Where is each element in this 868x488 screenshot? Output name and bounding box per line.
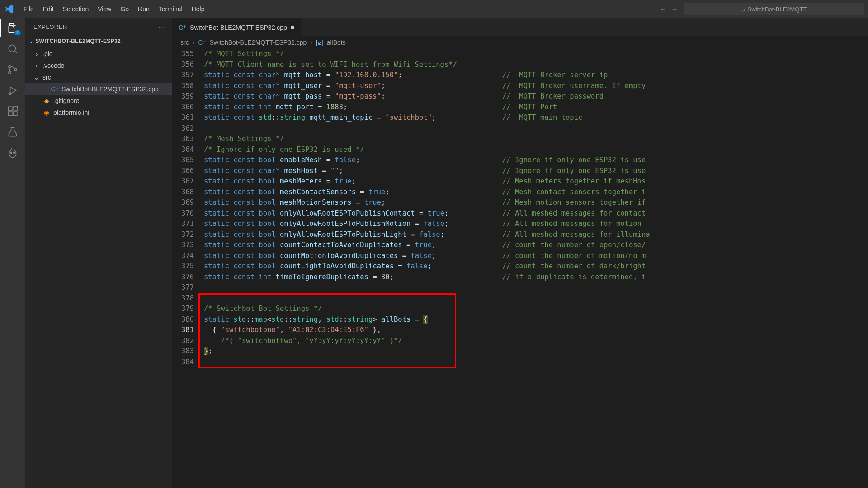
file--gitignore[interactable]: ◆.gitignore bbox=[25, 95, 172, 107]
svg-point-2 bbox=[9, 71, 11, 74]
chevron-right-icon: › bbox=[33, 62, 40, 69]
svg-point-9 bbox=[9, 150, 16, 158]
tree-item-label: platformio.ini bbox=[53, 109, 89, 116]
tree-item-label: .pio bbox=[42, 50, 53, 57]
project-header[interactable]: ⌄ SWITCHBOT-BLE2MQTT-ESP32 bbox=[25, 35, 172, 47]
tree-item-label: src bbox=[42, 74, 51, 81]
platformio-file-icon: ◉ bbox=[42, 109, 51, 116]
editor-tabs: C⁺ SwitchBot-BLE2MQTT-ESP32.cpp bbox=[172, 18, 868, 36]
title-bar: FileEditSelectionViewGoRunTerminalHelp ←… bbox=[0, 0, 868, 18]
tab-label: SwitchBot-BLE2MQTT-ESP32.cpp bbox=[190, 24, 287, 31]
code-area[interactable]: 3553563573583593603613623633643653663673… bbox=[172, 49, 868, 488]
menu-bar: FileEditSelectionViewGoRunTerminalHelp bbox=[19, 4, 209, 14]
chevron-right-icon: › bbox=[193, 39, 195, 46]
source-control-icon[interactable] bbox=[6, 63, 19, 76]
svg-point-0 bbox=[9, 45, 15, 52]
svg-rect-8 bbox=[14, 106, 18, 110]
chevron-right-icon: › bbox=[33, 50, 40, 57]
folder-src[interactable]: ⌄src bbox=[25, 71, 172, 83]
chevron-down-icon: ⌄ bbox=[29, 38, 33, 44]
menu-selection[interactable]: Selection bbox=[58, 4, 94, 14]
breadcrumb-part[interactable]: allBots bbox=[327, 39, 346, 46]
menu-edit[interactable]: Edit bbox=[38, 4, 58, 14]
search-activity-icon[interactable] bbox=[6, 42, 19, 55]
svg-point-3 bbox=[14, 68, 17, 70]
breadcrumb[interactable]: src › C⁺ SwitchBot-BLE2MQTT-ESP32.cpp › … bbox=[172, 36, 868, 49]
tree-item-label: .vscode bbox=[42, 62, 64, 69]
menu-help[interactable]: Help bbox=[187, 4, 209, 14]
file-tree: ›.pio›.vscode⌄srcC⁺SwitchBot-BLE2MQTT-ES… bbox=[25, 47, 172, 118]
platformio-icon[interactable] bbox=[6, 146, 19, 159]
vscode-logo-icon bbox=[4, 4, 14, 14]
tab-active-file[interactable]: C⁺ SwitchBot-BLE2MQTT-ESP32.cpp bbox=[172, 18, 301, 36]
editor: C⁺ SwitchBot-BLE2MQTT-ESP32.cpp src › C⁺… bbox=[172, 18, 868, 488]
explorer-icon[interactable]: 1 bbox=[6, 22, 19, 34]
sidebar-more-icon[interactable]: ⋯ bbox=[158, 23, 165, 30]
cpp-file-icon: C⁺ bbox=[198, 39, 206, 46]
svg-point-4 bbox=[9, 93, 10, 94]
svg-rect-7 bbox=[13, 112, 17, 116]
command-center-search[interactable]: ⌕ SwitchBot-BLE2MQTT bbox=[684, 3, 864, 15]
breadcrumb-part[interactable]: src bbox=[180, 39, 189, 46]
explorer-badge: 1 bbox=[14, 30, 21, 35]
symbol-variable-icon: [⌀] bbox=[316, 39, 323, 46]
breadcrumb-part[interactable]: SwitchBot-BLE2MQTT-ESP32.cpp bbox=[209, 39, 307, 46]
svg-rect-6 bbox=[8, 112, 12, 116]
tree-item-label: .gitignore bbox=[53, 97, 80, 104]
code-content[interactable]: /* MQTT Settings *//* MQTT Client name i… bbox=[204, 49, 868, 488]
menu-run[interactable]: Run bbox=[133, 4, 154, 14]
activity-bar: 1 bbox=[0, 18, 25, 488]
file-platformio-ini[interactable]: ◉platformio.ini bbox=[25, 107, 172, 118]
menu-terminal[interactable]: Terminal bbox=[154, 4, 187, 14]
cpp-file-icon: C⁺ bbox=[51, 85, 59, 93]
run-debug-icon[interactable] bbox=[6, 84, 19, 97]
svg-point-10 bbox=[10, 152, 12, 153]
sidebar-title: EXPLORER bbox=[33, 23, 67, 30]
svg-point-1 bbox=[9, 66, 11, 68]
search-icon: ⌕ bbox=[741, 6, 745, 13]
nav-forward-icon[interactable]: → bbox=[671, 6, 677, 13]
svg-point-11 bbox=[14, 152, 15, 153]
chevron-right-icon: › bbox=[310, 39, 312, 46]
folder--vscode[interactable]: ›.vscode bbox=[25, 60, 172, 71]
modified-dot-icon bbox=[291, 26, 294, 29]
sidebar: EXPLORER ⋯ ⌄ SWITCHBOT-BLE2MQTT-ESP32 ›.… bbox=[25, 18, 172, 488]
testing-icon[interactable] bbox=[6, 126, 19, 138]
menu-file[interactable]: File bbox=[19, 4, 38, 14]
nav-back-icon[interactable]: ← bbox=[660, 6, 666, 13]
git-file-icon: ◆ bbox=[42, 97, 51, 104]
line-number-gutter: 3553563573583593603613623633643653663673… bbox=[172, 49, 204, 488]
search-placeholder: SwitchBot-BLE2MQTT bbox=[748, 6, 807, 13]
svg-rect-5 bbox=[8, 107, 12, 111]
cpp-file-icon: C⁺ bbox=[179, 24, 186, 31]
chevron-down-icon: ⌄ bbox=[33, 74, 40, 81]
folder--pio[interactable]: ›.pio bbox=[25, 48, 172, 60]
extensions-icon[interactable] bbox=[6, 105, 19, 117]
project-name: SWITCHBOT-BLE2MQTT-ESP32 bbox=[35, 38, 121, 44]
menu-view[interactable]: View bbox=[93, 4, 116, 14]
file-switchbot-ble2mqtt-esp32-cpp[interactable]: C⁺SwitchBot-BLE2MQTT-ESP32.cpp bbox=[25, 83, 172, 95]
menu-go[interactable]: Go bbox=[116, 4, 133, 14]
tree-item-label: SwitchBot-BLE2MQTT-ESP32.cpp bbox=[61, 85, 159, 93]
nav-arrows: ← → bbox=[660, 6, 677, 13]
